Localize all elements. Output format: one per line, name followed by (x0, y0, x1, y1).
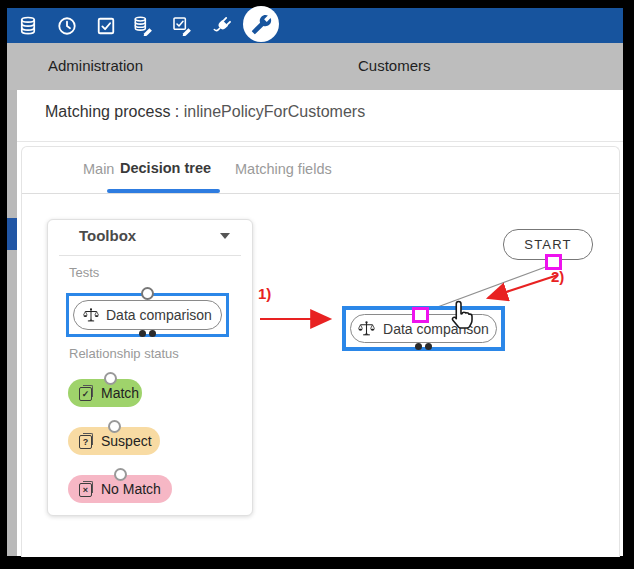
process-name: inlinePolicyForCustomers (184, 103, 365, 120)
scale-icon (358, 320, 375, 337)
data-comparison-label: Data comparison (106, 307, 212, 323)
toolbox-title: Toolbox (79, 227, 136, 244)
tab-main[interactable]: Main (83, 161, 114, 177)
top-navbar (7, 8, 623, 43)
match-check-doc-icon: ✓ (79, 385, 93, 401)
active-tab-underline (107, 189, 220, 193)
no-match-label: No Match (101, 481, 161, 497)
annotation-label-1: 1) (258, 285, 271, 302)
data-comparison-out-port[interactable] (139, 330, 146, 337)
tab-matching-fields[interactable]: Matching fields (235, 161, 332, 177)
match-top-port[interactable] (104, 372, 117, 385)
suspect-label: Suspect (101, 433, 152, 449)
no-match-top-port[interactable] (114, 468, 127, 481)
annotation-label-2: 2) (551, 268, 564, 285)
node-out-port[interactable] (425, 343, 432, 350)
data-comparison-out-port[interactable] (149, 330, 156, 337)
left-scrollbar-thumb[interactable] (7, 218, 17, 250)
chevron-down-icon[interactable] (220, 233, 230, 239)
scale-icon (83, 307, 99, 323)
database-edit-icon[interactable] (133, 16, 153, 36)
page-title: Matching process : inlinePolicyForCustom… (45, 101, 365, 123)
form-edit-icon[interactable] (172, 16, 192, 36)
suspect-question-doc-icon: ? (79, 433, 93, 449)
relationship-section-label: Relationship status (69, 346, 179, 361)
settings-active-button[interactable] (243, 6, 279, 42)
data-comparison-top-port[interactable] (141, 287, 154, 300)
match-label: Match (101, 385, 139, 401)
tests-section-label: Tests (69, 265, 99, 280)
divider (17, 141, 623, 142)
section-customers[interactable]: Customers (358, 57, 431, 74)
wrench-icon (251, 14, 272, 35)
tab-bar: Main Decision tree Matching fields (22, 147, 619, 194)
section-administration[interactable]: Administration (48, 57, 143, 74)
database-icon[interactable] (18, 16, 38, 36)
edge-start-to-node (424, 265, 551, 312)
plug-icon[interactable] (212, 16, 232, 36)
tab-decision-tree[interactable]: Decision tree (120, 160, 211, 176)
clock-icon[interactable] (57, 16, 77, 36)
toolbox-panel: Toolbox Tests (47, 219, 253, 516)
main-panel: Matching process : inlinePolicyForCustom… (17, 90, 623, 556)
app-window: Administration Customers Matching proces… (0, 0, 634, 569)
divider (59, 255, 241, 256)
hand-cursor-icon (447, 299, 477, 335)
node-out-port[interactable] (415, 343, 422, 350)
section-header-bar: Administration Customers (7, 43, 623, 90)
tab-panel: Main Decision tree Matching fields Toolb… (21, 146, 620, 557)
node-connector-handle[interactable] (412, 307, 429, 323)
no-match-x-doc-icon: × (79, 481, 93, 497)
annotation-arrow-2 (488, 275, 558, 298)
suspect-top-port[interactable] (108, 420, 121, 433)
check-square-icon[interactable] (96, 16, 116, 36)
